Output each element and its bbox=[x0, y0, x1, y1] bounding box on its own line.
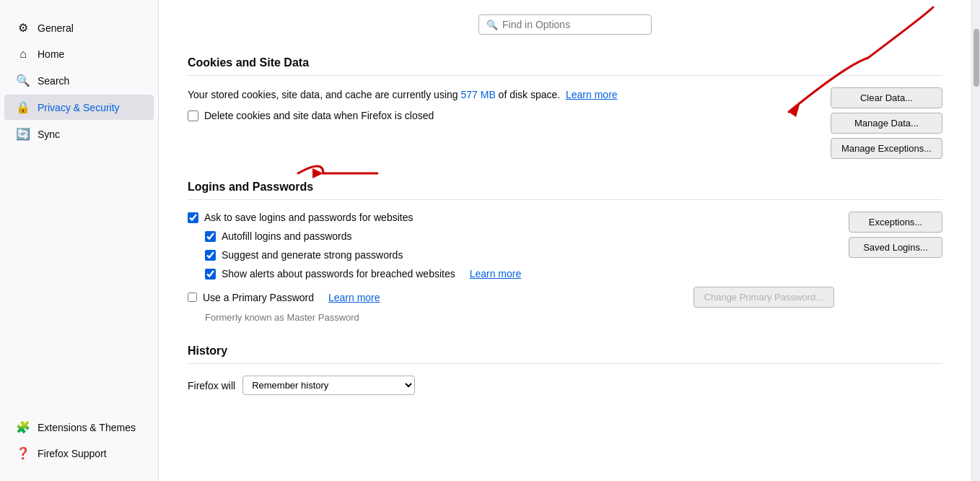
find-in-options-box: 🔍 bbox=[478, 14, 652, 35]
sidebar-label-home: Home bbox=[38, 48, 64, 60]
sidebar-item-support[interactable]: ❓ Firefox Support bbox=[4, 441, 154, 466]
history-will-label: Firefox will bbox=[188, 380, 235, 391]
autofill-label: Autofill logins and passwords bbox=[222, 230, 352, 242]
alerts-checkbox[interactable] bbox=[205, 269, 216, 280]
history-row: Firefox will Remember history Never reme… bbox=[188, 376, 942, 395]
primary-pw-label: Use a Primary Password bbox=[203, 292, 314, 303]
question-icon: ❓ bbox=[16, 446, 30, 460]
main-content: 🔍 Cookies and Site Data Your stored cook… bbox=[159, 0, 971, 481]
sidebar-item-extensions[interactable]: 🧩 Extensions & Themes bbox=[4, 415, 154, 440]
saved-logins-button[interactable]: Saved Logins... bbox=[849, 237, 942, 258]
history-section: History Firefox will Remember history Ne… bbox=[188, 344, 942, 395]
svg-marker-1 bbox=[312, 168, 323, 178]
suggest-label: Suggest and generate strong passwords bbox=[222, 249, 403, 261]
logins-buttons: Exceptions... Saved Logins... bbox=[849, 212, 942, 258]
scrollbar-track bbox=[971, 0, 980, 481]
cookies-buttons: Clear Data... Manage Data... Manage Exce… bbox=[831, 87, 942, 159]
sync-icon: 🔄 bbox=[16, 127, 30, 141]
cookies-description: Your stored cookies, site data, and cach… bbox=[188, 87, 816, 103]
scrollbar-thumb[interactable] bbox=[974, 29, 979, 87]
logins-section-row: Ask to save logins and passwords for web… bbox=[188, 212, 942, 323]
find-icon: 🔍 bbox=[486, 20, 498, 30]
home-icon: ⌂ bbox=[16, 48, 30, 61]
cookies-section: Cookies and Site Data Your stored cookie… bbox=[188, 56, 942, 159]
primary-pw-row: Use a Primary Password Learn more Change… bbox=[188, 287, 834, 308]
sidebar-label-extensions: Extensions & Themes bbox=[38, 422, 136, 433]
logins-section: Logins and Passwords Ask to save logins … bbox=[188, 181, 942, 323]
sidebar-item-general[interactable]: ⚙ General bbox=[4, 15, 154, 40]
autofill-checkbox[interactable] bbox=[205, 231, 216, 242]
exceptions-button[interactable]: Exceptions... bbox=[849, 212, 942, 233]
find-in-options-input[interactable] bbox=[502, 19, 644, 30]
cookies-section-row: Your stored cookies, site data, and cach… bbox=[188, 87, 942, 159]
manage-data-button[interactable]: Manage Data... bbox=[831, 113, 942, 134]
manage-exceptions-button[interactable]: Manage Exceptions... bbox=[831, 138, 942, 159]
sidebar-label-support: Firefox Support bbox=[38, 448, 107, 459]
cookies-desc-end: of disk space. bbox=[496, 89, 561, 100]
cookies-learn-more-link[interactable]: Learn more bbox=[566, 89, 618, 100]
ask-save-row: Ask to save logins and passwords for web… bbox=[188, 212, 834, 223]
search-icon: 🔍 bbox=[16, 74, 30, 87]
cookies-section-left: Your stored cookies, site data, and cach… bbox=[188, 87, 816, 129]
formerly-text: Formerly known as Master Password bbox=[205, 312, 834, 323]
history-section-title: History bbox=[188, 344, 942, 364]
puzzle-icon: 🧩 bbox=[16, 420, 30, 434]
sidebar-item-search[interactable]: 🔍 Search bbox=[4, 68, 154, 93]
top-bar: 🔍 bbox=[188, 14, 942, 35]
sidebar-item-sync[interactable]: 🔄 Sync bbox=[4, 121, 154, 147]
logins-section-left: Ask to save logins and passwords for web… bbox=[188, 212, 834, 323]
alerts-label: Show alerts about passwords for breached… bbox=[222, 268, 455, 280]
suggest-checkbox[interactable] bbox=[205, 250, 216, 261]
autofill-row: Autofill logins and passwords bbox=[205, 230, 834, 242]
ask-save-label: Ask to save logins and passwords for web… bbox=[204, 212, 413, 223]
sidebar-label-sync: Sync bbox=[38, 129, 60, 140]
ask-save-checkbox[interactable] bbox=[188, 212, 198, 223]
sidebar-label-privacy: Privacy & Security bbox=[38, 102, 120, 113]
alerts-learn-more-link[interactable]: Learn more bbox=[470, 268, 522, 280]
gear-icon: ⚙ bbox=[16, 21, 30, 35]
delete-cookies-row: Delete cookies and site data when Firefo… bbox=[188, 110, 816, 121]
sidebar: ⚙ General ⌂ Home 🔍 Search 🔒 Privacy & Se… bbox=[0, 0, 159, 481]
primary-pw-left: Use a Primary Password Learn more bbox=[188, 292, 380, 303]
sidebar-item-home[interactable]: ⌂ Home bbox=[4, 42, 154, 66]
lock-icon: 🔒 bbox=[16, 100, 30, 114]
sidebar-label-search: Search bbox=[38, 75, 69, 87]
change-primary-pw-button[interactable]: Change Primary Password... bbox=[694, 287, 834, 308]
logins-section-title: Logins and Passwords bbox=[188, 181, 942, 200]
cookies-size: 577 MB bbox=[460, 89, 495, 100]
cookies-section-title: Cookies and Site Data bbox=[188, 56, 942, 76]
primary-pw-checkbox[interactable] bbox=[188, 292, 197, 302]
suggest-row: Suggest and generate strong passwords bbox=[205, 249, 834, 261]
alerts-row: Show alerts about passwords for breached… bbox=[205, 268, 834, 280]
primary-pw-learn-more-link[interactable]: Learn more bbox=[328, 292, 380, 303]
delete-cookies-checkbox[interactable] bbox=[188, 110, 198, 121]
sidebar-label-general: General bbox=[38, 22, 74, 34]
sidebar-item-privacy[interactable]: 🔒 Privacy & Security bbox=[4, 95, 154, 120]
clear-data-button[interactable]: Clear Data... bbox=[831, 87, 942, 108]
cookies-desc-start: Your stored cookies, site data, and cach… bbox=[188, 89, 460, 100]
delete-cookies-label: Delete cookies and site data when Firefo… bbox=[204, 110, 434, 121]
history-select[interactable]: Remember history Never remember history … bbox=[242, 376, 415, 395]
